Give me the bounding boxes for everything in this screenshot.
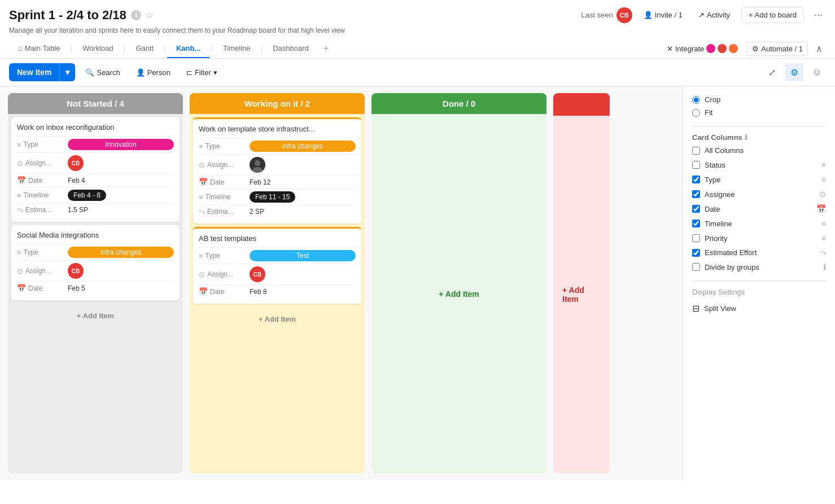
card-2-date-label: 📅 Date <box>17 284 68 292</box>
card-2-assign-row: ⊙ Assign... CB <box>17 260 174 281</box>
person-icon-3: ⊙ <box>17 267 23 275</box>
last-seen: Last seen CB <box>581 7 632 23</box>
tab-gantt[interactable]: Gantt <box>126 40 163 58</box>
checkbox-type[interactable]: Type ≡ <box>692 175 826 184</box>
search-label: Search <box>97 68 120 77</box>
card-3-date-label: 📅 Date <box>199 178 250 186</box>
card-2-type-row: ≡ Type Infra changes <box>17 244 174 260</box>
calendar-icon-3: 📅 <box>199 178 208 186</box>
crop-label: Crop <box>705 95 720 104</box>
expand-icon[interactable]: ⤢ <box>763 63 781 81</box>
new-item-label[interactable]: New Item <box>9 63 59 81</box>
checkbox-divide-by-groups[interactable]: Divide by groups ℹ <box>692 262 826 271</box>
page-subtitle: Manage all your iteration and sprints he… <box>9 27 826 34</box>
more-options-button[interactable]: ··· <box>811 7 826 23</box>
column-body-stuck: + Add Item <box>553 116 610 474</box>
tab-timeline[interactable]: Timeline <box>214 40 260 58</box>
filter-button[interactable]: ⊏ Filter ▾ <box>181 65 223 80</box>
card-1: Work on inbox reconfiguration ≡ Type Inn… <box>11 117 180 222</box>
column-body-done: + Add Item <box>371 114 547 474</box>
checkbox-date[interactable]: Date 📅 <box>692 204 826 213</box>
card-2-avatar: CB <box>68 263 84 279</box>
checkbox-estimated-effort[interactable]: Estimated Effort ¹²₃ <box>692 248 826 257</box>
card-2-assign-label: ⊙ Assign... <box>17 267 68 275</box>
timeline-checkbox[interactable] <box>692 220 700 227</box>
tab-dashboard[interactable]: Dashboard <box>264 40 318 58</box>
toolbar-right: ⤢ ⚙ ☺ <box>763 63 826 81</box>
checkbox-status[interactable]: Status ≡ <box>692 160 826 169</box>
column-not-started: Not Started / 4 Work on inbox reconfigur… <box>8 93 183 474</box>
emoji-icon[interactable]: ☺ <box>808 63 826 81</box>
crop-option[interactable]: Crop <box>692 95 826 104</box>
collapse-button[interactable]: ∧ <box>812 41 826 56</box>
fit-option[interactable]: Fit <box>692 108 826 117</box>
tab-workload[interactable]: Workload <box>73 40 123 58</box>
card-2-type-tag: Infra changes <box>68 247 174 258</box>
type-checkbox[interactable] <box>692 176 700 183</box>
search-icon: 🔍 <box>85 68 94 77</box>
calendar-icon: 📅 <box>17 176 26 185</box>
priority-checkbox[interactable] <box>692 234 700 242</box>
add-item-not-started[interactable]: + Add Item <box>11 306 180 326</box>
card-3-date-row: 📅 Date Feb 12 <box>199 175 356 189</box>
crop-radio[interactable] <box>692 96 700 104</box>
tab-kanban[interactable]: Kanb... <box>167 40 209 58</box>
date-checkbox[interactable] <box>692 205 700 213</box>
filter-arrow: ▾ <box>213 68 217 77</box>
person-button[interactable]: 👤 Person <box>130 65 176 80</box>
info-icon[interactable]: ℹ <box>131 10 141 20</box>
info-icon-panel: ℹ <box>745 133 747 142</box>
list-icon-5: ≡ <box>199 193 203 201</box>
activity-button[interactable]: ↗ Activity <box>694 8 735 21</box>
calendar-icon-2: 📅 <box>17 284 26 292</box>
automate-button[interactable]: ⚙ Automate / 1 <box>747 42 808 56</box>
card-1-date-value: Feb 4 <box>68 177 174 185</box>
column-working: Working on it / 2 Work on template store… <box>190 93 365 474</box>
checkbox-all-columns[interactable]: All Columns <box>692 146 826 155</box>
filter-label: Filter <box>195 68 211 77</box>
add-item-stuck[interactable]: + Add Item <box>557 119 606 470</box>
integrate-button[interactable]: ✕ Integrate <box>662 42 742 55</box>
header-top: Sprint 1 - 2/4 to 2/18 ℹ ☆ Last seen CB … <box>9 7 826 23</box>
card-1-type-row: ≡ Type Innovation <box>17 136 174 152</box>
new-item-dropdown-arrow[interactable]: ▾ <box>59 63 75 81</box>
add-tab-button[interactable]: + <box>318 39 334 58</box>
star-icon[interactable]: ☆ <box>146 10 154 20</box>
column-header-not-started: Not Started / 4 <box>8 93 183 114</box>
list-icon: ≡ <box>17 141 21 149</box>
list-icon-4: ≡ <box>199 142 203 151</box>
card-1-timeline-label: ≡ Timeline <box>17 191 68 200</box>
assignee-checkbox[interactable] <box>692 190 700 198</box>
invite-button[interactable]: 👤 Invite / 1 <box>639 8 687 21</box>
card-2-date-value: Feb 5 <box>68 284 174 292</box>
divide-groups-checkbox[interactable] <box>692 263 700 271</box>
num-icon-2: ¹²₃ <box>199 209 205 215</box>
checkbox-assignee[interactable]: Assignee ⊙ <box>692 190 826 199</box>
status-checkbox[interactable] <box>692 161 700 169</box>
card-columns-list: All Columns Status ≡ Type ≡ Assignee ⊙ D… <box>692 146 826 271</box>
new-item-button[interactable]: New Item ▾ <box>9 63 75 81</box>
estimated-effort-checkbox[interactable] <box>692 249 700 257</box>
checkbox-priority[interactable]: Priority ≡ <box>692 234 826 243</box>
column-header-stuck <box>553 93 610 116</box>
header-actions: Last seen CB 👤 Invite / 1 ↗ Activity + A… <box>581 7 826 23</box>
automate-icon: ⚙ <box>752 45 759 53</box>
add-to-board-button[interactable]: + Add to board <box>741 7 804 23</box>
column-done: Done / 0 + Add Item <box>371 93 547 474</box>
tab-main-table[interactable]: ⌂ Main Table <box>9 40 69 58</box>
column-stuck: + Add Item <box>553 93 610 474</box>
card-1-type-label: ≡ Type <box>17 141 68 149</box>
fit-radio[interactable] <box>692 109 700 117</box>
card-4-type-row: ≡ Type Test <box>199 247 356 264</box>
card-4-type-value: Test <box>250 250 356 261</box>
settings-icon[interactable]: ⚙ <box>785 63 803 81</box>
add-item-done[interactable]: + Add Item <box>375 117 543 470</box>
checkbox-timeline[interactable]: Timeline ≡ <box>692 219 826 228</box>
search-button[interactable]: 🔍 Search <box>80 65 125 80</box>
all-columns-checkbox[interactable] <box>692 147 700 155</box>
split-view-item[interactable]: ⊟ Split View <box>692 301 826 316</box>
card-2-date-row: 📅 Date Feb 5 <box>17 281 174 295</box>
add-item-working[interactable]: + Add Item <box>193 309 361 329</box>
card-4: AB test templates ≡ Type Test ⊙ <box>193 227 361 304</box>
kanban-board: Not Started / 4 Work on inbox reconfigur… <box>0 86 683 480</box>
